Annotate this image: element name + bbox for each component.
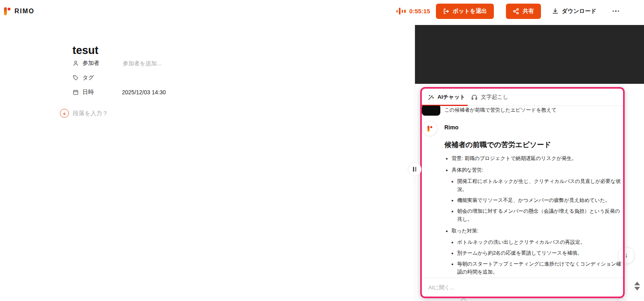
answer-bullet: 取った対策:ボトルネックの洗い出しとクリティカルパスの再設定。別チームから約2名… bbox=[452, 227, 623, 277]
chat-scroll-area[interactable]: この候補者が前職で苦労したエピソードを教えて Rimo 候補者の前職での苦労エピ… bbox=[422, 106, 623, 277]
answer-bullet: 背景: 前職のプロジェクトで納期遅延のリスクが発生。 bbox=[452, 154, 623, 162]
answer-heading: 候補者の前職での苦労エピソード bbox=[444, 140, 623, 149]
tab-transcript-label: 文字起こし bbox=[481, 93, 508, 101]
waveform-icon bbox=[396, 8, 406, 15]
participants-label: 参加者 bbox=[72, 60, 122, 67]
answer-sub-bullet: 毎朝のスタートアップミーティングに進捗だけでなくコンディション確認の時間を追加。 bbox=[457, 260, 623, 276]
note-metadata: 参加者 タグ 日時 bbox=[72, 59, 224, 102]
download-button[interactable]: ダウンロード bbox=[552, 4, 597, 19]
add-paragraph-control[interactable]: + 段落を入力？ bbox=[60, 109, 108, 118]
person-icon bbox=[72, 60, 79, 66]
datetime-value[interactable]: 2025/12/03 14:30 bbox=[122, 89, 166, 95]
user-message-row: この候補者が前職で苦労したエピソードを教えて bbox=[422, 106, 623, 116]
brand-name: RIMO bbox=[14, 8, 35, 15]
tags-label: タグ bbox=[72, 74, 122, 81]
assistant-row: Rimo bbox=[422, 121, 623, 136]
rimo-avatar bbox=[422, 121, 438, 136]
pane-divider bbox=[415, 22, 415, 301]
answer-sub-bullet: ボトルネックの洗い出しとクリティカルパスの再設定。 bbox=[457, 238, 623, 246]
scroll-spinner bbox=[634, 282, 641, 291]
rimo-logo[interactable]: RIMO bbox=[4, 6, 35, 16]
bot-exit-button[interactable]: ボットを退出 bbox=[436, 4, 494, 19]
bot-exit-label: ボットを退出 bbox=[453, 8, 487, 15]
tab-ai-chat-label: AIチャット bbox=[438, 93, 465, 101]
tag-icon bbox=[72, 75, 79, 81]
tags-input[interactable] bbox=[122, 74, 224, 81]
tags-row: タグ bbox=[72, 73, 224, 82]
share-label: 共有 bbox=[523, 8, 534, 15]
more-options-button[interactable] bbox=[611, 9, 621, 14]
redacted-user-avatar bbox=[422, 106, 440, 116]
share-icon bbox=[513, 8, 519, 15]
answer-sub-bullet: 別チームから約2名の応援を要請してリソースを補填。 bbox=[457, 249, 623, 257]
participants-input[interactable] bbox=[122, 60, 224, 67]
video-placeholder[interactable] bbox=[415, 25, 644, 84]
download-label: ダウンロード bbox=[562, 8, 597, 15]
rimo-app: RIMO 0:55:15 ボットを退出 bbox=[0, 0, 644, 301]
ask-ai-input[interactable] bbox=[427, 284, 617, 291]
participants-row: 参加者 bbox=[72, 59, 224, 68]
assistant-name: Rimo bbox=[444, 124, 458, 131]
plus-circle-icon[interactable]: + bbox=[60, 109, 69, 118]
recording-indicator: 0:55:15 bbox=[396, 8, 430, 15]
pause-bars-icon bbox=[413, 167, 414, 172]
globe-icon bbox=[461, 299, 466, 301]
datetime-row: 日時 2025/12/03 14:30 bbox=[72, 88, 224, 97]
answer-bullets: 背景: 前職のプロジェクトで納期遅延のリスクが発生。具体的な苦労:開発工程にボト… bbox=[422, 154, 623, 277]
scroll-to-bottom-button[interactable]: ↓ bbox=[618, 247, 635, 264]
answer-sub-bullet: 機能実装でリソース不足、かつメンバーの疲弊が見え始めていた。 bbox=[457, 196, 623, 204]
ask-ai-row bbox=[422, 278, 623, 297]
pane-resize-handle[interactable] bbox=[408, 162, 421, 176]
paragraph-placeholder[interactable]: 段落を入力？ bbox=[73, 110, 108, 117]
arrow-down-icon: ↓ bbox=[625, 251, 628, 259]
side-pane: AIチャット 文字起こし この候補者が前職で苦労したエピソードを教えて bbox=[415, 22, 644, 301]
headphones-icon bbox=[471, 94, 478, 101]
answer-sub-bullet: 朝会の増加に対するメンバーの懸念（会議が増える負担）という反発の兆し。 bbox=[457, 207, 623, 223]
rimo-logo-icon bbox=[4, 6, 12, 16]
top-bar: RIMO 0:55:15 ボットを退出 bbox=[0, 0, 644, 22]
recording-timer: 0:55:15 bbox=[409, 8, 430, 15]
ai-wand-icon bbox=[427, 94, 434, 101]
panel-tabs: AIチャット 文字起こし bbox=[422, 89, 623, 106]
answer-sub-bullet: 開発工程にボトルネックが生じ、クリティカルパスの見直しが必要な状況。 bbox=[457, 177, 623, 193]
tab-ai-chat[interactable]: AIチャット bbox=[427, 89, 468, 106]
spin-up-icon[interactable] bbox=[634, 282, 640, 285]
ai-chat-panel: AIチャット 文字起こし この候補者が前職で苦労したエピソードを教えて bbox=[420, 87, 625, 298]
spin-down-icon[interactable] bbox=[634, 287, 640, 291]
top-bar-actions: 0:55:15 ボットを退出 共有 bbox=[396, 4, 621, 19]
calendar-icon bbox=[72, 89, 79, 95]
datetime-label: 日時 bbox=[72, 89, 122, 96]
tab-transcript[interactable]: 文字起こし bbox=[471, 89, 511, 106]
download-icon bbox=[552, 8, 559, 15]
exit-icon bbox=[443, 8, 449, 15]
share-button[interactable]: 共有 bbox=[506, 4, 541, 19]
answer-bullet: 具体的な苦労:開発工程にボトルネックが生じ、クリティカルパスの見直しが必要な状況… bbox=[452, 166, 623, 223]
page-title[interactable]: tesut bbox=[72, 44, 99, 57]
user-message: この候補者が前職で苦労したエピソードを教えて bbox=[444, 107, 557, 114]
partial-button bbox=[616, 298, 627, 301]
